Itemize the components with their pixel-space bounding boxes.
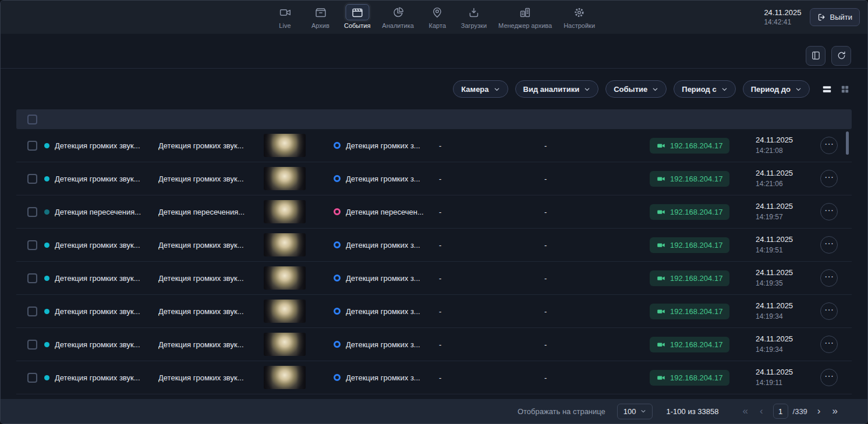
nav-item-map[interactable]: Карта — [426, 4, 449, 29]
row-checkbox[interactable] — [27, 174, 37, 184]
nav-item-live[interactable]: Live — [273, 4, 297, 29]
event-thumbnail[interactable] — [264, 134, 306, 157]
first-page-button[interactable]: « — [741, 405, 749, 417]
filter-camera[interactable]: Камера — [453, 80, 508, 98]
row-actions-button[interactable]: ⋯ — [820, 137, 838, 154]
filter-analytics-type[interactable]: Вид аналитики — [515, 80, 599, 98]
camera-badge[interactable]: 192.168.204.17 — [650, 304, 729, 319]
refresh-button[interactable] — [831, 46, 851, 66]
row-checkbox-cell — [16, 307, 44, 316]
analytics-case-label: Детекция громких звук... — [158, 174, 244, 183]
report-button[interactable] — [806, 46, 826, 66]
camera-icon — [657, 274, 665, 283]
row-actions-button[interactable]: ⋯ — [820, 203, 838, 220]
analytics-type-cell: Детекция громких звук... — [44, 340, 158, 349]
nav-label: Менеджер архива — [498, 22, 552, 29]
event-thumbnail[interactable] — [264, 366, 306, 389]
prev-page-button[interactable]: ‹ — [758, 405, 765, 417]
row-actions-button[interactable]: ⋯ — [820, 170, 838, 187]
analytics-event-label: Детекция громких з... — [346, 274, 420, 283]
created-cell: 24.11.2025 14:21:06 — [756, 169, 811, 188]
event-thumbnail[interactable] — [264, 300, 306, 323]
nav-item-settings[interactable]: Настройки — [564, 4, 595, 29]
camera-badge[interactable]: 192.168.204.17 — [650, 270, 729, 286]
row-checkbox[interactable] — [27, 373, 37, 383]
camera-icon — [657, 208, 665, 216]
table-row: Детекция громких звук... Детекция громки… — [16, 162, 852, 195]
event-thumbnail[interactable] — [264, 266, 306, 290]
row-actions-button[interactable]: ⋯ — [820, 269, 838, 287]
analytics-case-label: Детекция громких звук... — [158, 274, 244, 283]
created-time: 14:19:51 — [756, 246, 806, 255]
nav-item-analytics[interactable]: Аналитика — [382, 4, 413, 29]
row-actions-button[interactable]: ⋯ — [820, 302, 838, 320]
analytics-event-label: Детекция громких з... — [346, 141, 420, 150]
event-thumbnail[interactable] — [264, 167, 306, 190]
nav-label: События — [344, 22, 370, 29]
nav-item-events[interactable]: События — [344, 4, 370, 29]
area-name-cell: - — [439, 174, 544, 183]
event-thumbnail[interactable] — [264, 333, 306, 356]
nav-item-downloads[interactable]: Загрузки — [461, 4, 487, 29]
logout-button[interactable]: Выйти — [810, 8, 860, 26]
logout-label: Выйти — [830, 13, 853, 22]
analytics-event-cell: Детекция громких з... — [334, 373, 439, 382]
analytics-case-label: Детекция пересечения... — [158, 208, 245, 216]
camera-badge[interactable]: 192.168.204.17 — [650, 237, 729, 253]
scrollbar-thumb[interactable] — [846, 131, 849, 155]
camera-badge[interactable]: 192.168.204.17 — [650, 138, 729, 154]
camera-cell: 192.168.204.17 — [650, 171, 756, 187]
table-row: ⋯ — [16, 394, 852, 399]
created-time: 14:19:11 — [756, 379, 806, 387]
filter-label: Камера — [461, 85, 488, 94]
filter-label: Вид аналитики — [523, 85, 580, 94]
filter-event[interactable]: Событие — [605, 80, 667, 98]
table-scrollbar[interactable] — [846, 129, 849, 399]
topbar-right: 24.11.2025 14:42:41 Выйти — [764, 1, 860, 34]
journal-icon — [811, 51, 821, 60]
analytics-event-cell: Детекция пересечен... — [334, 208, 439, 216]
table-row: Детекция громких звук... Детекция громки… — [16, 295, 852, 328]
row-actions-button[interactable]: ⋯ — [820, 236, 838, 254]
nav-item-archive[interactable]: Архив — [309, 4, 332, 29]
category-cell: - — [544, 274, 650, 283]
row-checkbox[interactable] — [27, 240, 37, 250]
row-actions-button[interactable]: ⋯ — [820, 336, 838, 353]
table-row: Детекция громких звук... Детекция громки… — [16, 262, 852, 295]
camera-badge[interactable]: 192.168.204.17 — [650, 337, 729, 352]
camera-ip: 192.168.204.17 — [670, 340, 722, 349]
row-checkbox[interactable] — [27, 307, 37, 316]
analytics-event-cell: Детекция громких з... — [334, 307, 439, 316]
events-icon — [345, 4, 369, 20]
category-cell: - — [544, 373, 650, 382]
row-checkbox[interactable] — [27, 273, 37, 283]
filter-period-from[interactable]: Период с — [674, 80, 735, 98]
analytics-case-cell: Детекция громких звук... — [158, 141, 264, 150]
created-date: 24.11.2025 — [756, 368, 806, 377]
current-page-input[interactable]: 1 — [773, 404, 788, 419]
per-page-value: 100 — [623, 407, 636, 416]
last-page-button[interactable]: » — [831, 405, 839, 417]
camera-badge[interactable]: 192.168.204.17 — [650, 171, 729, 187]
list-view-toggle[interactable] — [821, 84, 832, 95]
camera-badge[interactable]: 192.168.204.17 — [650, 370, 729, 386]
event-thumbnail[interactable] — [264, 200, 306, 223]
camera-badge[interactable]: 192.168.204.17 — [650, 204, 729, 220]
row-checkbox[interactable] — [27, 141, 37, 151]
analytics-type-dot — [44, 309, 49, 314]
select-all-checkbox[interactable] — [27, 115, 37, 124]
row-actions-button[interactable]: ⋯ — [820, 369, 838, 386]
event-ring-icon — [334, 341, 341, 348]
filter-period-to[interactable]: Период до — [743, 80, 810, 98]
row-checkbox[interactable] — [27, 340, 37, 350]
image-cell — [264, 233, 334, 256]
nav-item-archive-manager[interactable]: Менеджер архива — [498, 4, 552, 29]
row-checkbox-cell — [16, 273, 44, 283]
next-page-button[interactable]: › — [816, 405, 823, 417]
row-checkbox[interactable] — [27, 207, 37, 217]
per-page-select[interactable]: 100 — [617, 404, 653, 419]
analytics-case-cell: Детекция громких звук... — [158, 274, 264, 283]
grid-view-toggle[interactable] — [840, 84, 850, 94]
analytics-event-label: Детекция громких з... — [346, 174, 420, 183]
event-thumbnail[interactable] — [264, 233, 306, 256]
